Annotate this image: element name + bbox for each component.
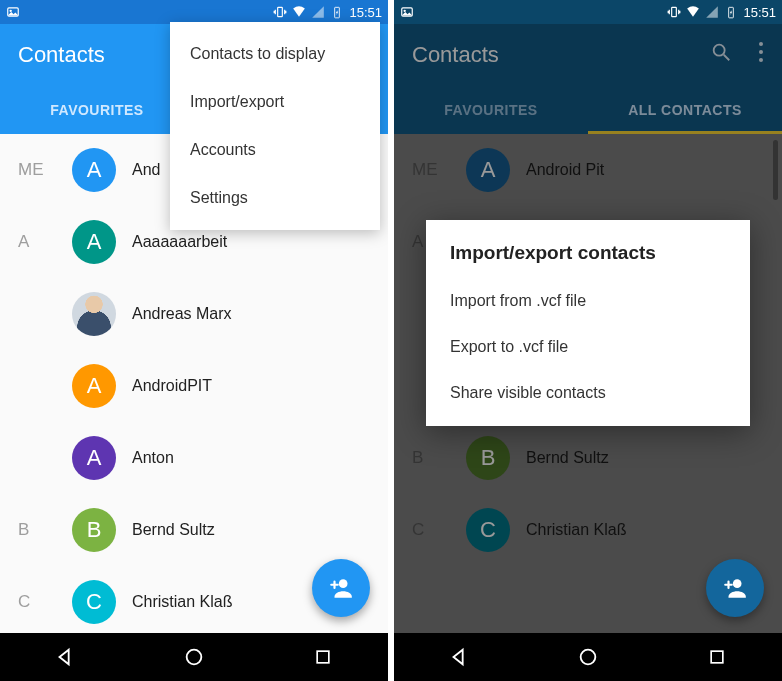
menu-accounts[interactable]: Accounts [170, 126, 380, 174]
contact-name: Bernd Sultz [132, 521, 215, 539]
screenshot-left: 15:51 Contacts FAVOURITES ME A And A A A… [0, 0, 388, 681]
add-contact-fab[interactable] [706, 559, 764, 617]
svg-point-8 [404, 10, 406, 12]
svg-rect-9 [672, 7, 677, 16]
dialog-share-visible[interactable]: Share visible contacts [450, 370, 726, 416]
avatar: A [72, 436, 116, 480]
avatar: A [72, 148, 116, 192]
menu-settings[interactable]: Settings [170, 174, 380, 222]
nav-bar [394, 633, 782, 681]
add-person-icon [328, 575, 354, 601]
svg-point-15 [733, 579, 742, 588]
dialog-export-vcf[interactable]: Export to .vcf file [450, 324, 726, 370]
add-person-icon [722, 575, 748, 601]
section-header-b: B [18, 520, 56, 540]
nav-back[interactable] [447, 645, 471, 669]
svg-point-1 [10, 10, 12, 12]
avatar: A [72, 220, 116, 264]
contact-name: Anton [132, 449, 174, 467]
contact-name: And [132, 161, 160, 179]
avatar: A [72, 364, 116, 408]
nav-recents[interactable] [311, 645, 335, 669]
signal-icon [705, 5, 719, 19]
list-item[interactable]: A AndroidPIT [0, 350, 388, 422]
status-bar: 15:51 [0, 0, 388, 24]
list-item[interactable]: A Anton [0, 422, 388, 494]
section-header-a: A [18, 232, 56, 252]
dialog-import-vcf[interactable]: Import from .vcf file [450, 278, 726, 324]
battery-icon [724, 5, 738, 19]
image-icon [6, 5, 20, 19]
status-bar: 15:51 [394, 0, 782, 24]
nav-recents[interactable] [705, 645, 729, 669]
add-contact-fab[interactable] [312, 559, 370, 617]
svg-point-16 [581, 650, 596, 665]
signal-icon [311, 5, 325, 19]
overflow-menu: Contacts to display Import/export Accoun… [170, 22, 380, 230]
svg-point-4 [339, 579, 348, 588]
section-header-c: C [18, 592, 56, 612]
contact-name: Christian Klaß [132, 593, 232, 611]
dialog-title: Import/export contacts [450, 242, 726, 264]
wifi-icon [292, 5, 306, 19]
menu-contacts-to-display[interactable]: Contacts to display [170, 30, 380, 78]
contact-name: Aaaaaaarbeit [132, 233, 227, 251]
list-item[interactable]: Andreas Marx [0, 278, 388, 350]
nav-home[interactable] [576, 645, 600, 669]
nav-home[interactable] [182, 645, 206, 669]
avatar: C [72, 580, 116, 624]
status-time: 15:51 [349, 5, 382, 20]
svg-rect-17 [711, 651, 723, 663]
wifi-icon [686, 5, 700, 19]
vibrate-icon [667, 5, 681, 19]
contact-name: AndroidPIT [132, 377, 212, 395]
section-header-me: ME [18, 160, 56, 180]
avatar-photo [72, 292, 116, 336]
svg-rect-6 [317, 651, 329, 663]
nav-bar [0, 633, 388, 681]
menu-import-export[interactable]: Import/export [170, 78, 380, 126]
image-icon [400, 5, 414, 19]
battery-icon [330, 5, 344, 19]
app-title: Contacts [18, 42, 105, 68]
svg-rect-2 [278, 7, 283, 16]
tab-favourites[interactable]: FAVOURITES [0, 86, 194, 134]
status-time: 15:51 [743, 5, 776, 20]
import-export-dialog: Import/export contacts Import from .vcf … [426, 220, 750, 426]
contact-name: Andreas Marx [132, 305, 232, 323]
vibrate-icon [273, 5, 287, 19]
avatar: B [72, 508, 116, 552]
svg-point-5 [187, 650, 202, 665]
nav-back[interactable] [53, 645, 77, 669]
list-item[interactable]: B B Bernd Sultz [0, 494, 388, 566]
screenshot-right: 15:51 Contacts FAVOURITES ALL CONTACTS M… [394, 0, 782, 681]
